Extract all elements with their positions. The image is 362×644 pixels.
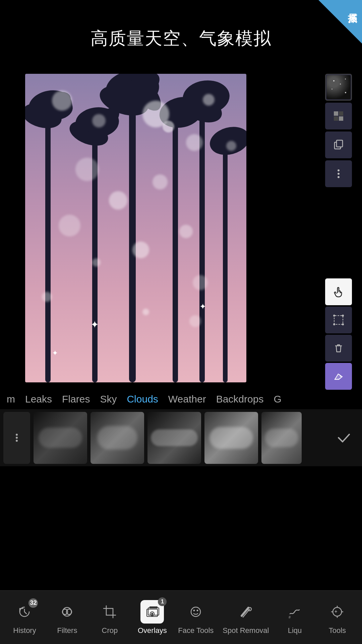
tab-backdrops[interactable]: Backdrops bbox=[216, 393, 264, 405]
eraser-tool-btn[interactable] bbox=[325, 363, 352, 390]
svg-rect-3 bbox=[339, 116, 343, 121]
nav-crop[interactable]: Crop bbox=[93, 600, 126, 635]
svg-point-13 bbox=[342, 323, 344, 325]
nav-face-tools-label: Face Tools bbox=[178, 626, 214, 635]
layer-thumbnail[interactable] bbox=[325, 74, 352, 101]
nav-tools[interactable]: + Tools bbox=[320, 600, 354, 635]
svg-point-10 bbox=[333, 315, 335, 317]
nav-liquify[interactable]: # Liqu bbox=[278, 600, 311, 635]
overlay-thumb-2[interactable] bbox=[90, 412, 144, 464]
history-badge: 32 bbox=[28, 598, 38, 608]
svg-point-11 bbox=[342, 315, 344, 317]
move-tool-btn[interactable] bbox=[325, 278, 352, 305]
nav-spot-removal-label: Spot Removal bbox=[223, 626, 269, 635]
svg-point-17 bbox=[63, 607, 71, 616]
duplicate-icon-btn[interactable] bbox=[325, 131, 352, 158]
nav-overlays[interactable]: 1 Overlays bbox=[135, 600, 169, 635]
tab-leaks[interactable]: Leaks bbox=[25, 393, 52, 405]
svg-point-24 bbox=[151, 613, 153, 615]
tab-weather[interactable]: Weather bbox=[168, 393, 206, 405]
nav-crop-label: Crop bbox=[102, 626, 118, 635]
more-options-btn[interactable] bbox=[325, 160, 352, 187]
svg-rect-9 bbox=[334, 316, 343, 324]
page-title: 高质量天空、气象模拟 bbox=[0, 27, 362, 50]
nav-spot-removal[interactable]: Spot Removal bbox=[223, 600, 269, 635]
canvas-area[interactable]: ✦ ✦ ✦ bbox=[25, 74, 246, 382]
tab-g[interactable]: G bbox=[274, 393, 281, 405]
delete-tool-btn[interactable] bbox=[325, 335, 352, 362]
nav-filters[interactable]: Filters bbox=[50, 600, 84, 635]
tab-sky[interactable]: Sky bbox=[100, 393, 117, 405]
tab-clouds[interactable]: Clouds bbox=[127, 393, 158, 405]
svg-point-8 bbox=[338, 176, 340, 178]
svg-point-7 bbox=[338, 173, 340, 175]
overlay-thumb-4[interactable] bbox=[204, 412, 258, 464]
svg-rect-2 bbox=[334, 116, 338, 121]
right-sidebar bbox=[325, 74, 352, 189]
nav-filters-label: Filters bbox=[57, 626, 77, 635]
svg-text:#: # bbox=[289, 615, 291, 619]
svg-point-14 bbox=[16, 434, 18, 436]
nav-overlays-label: Overlays bbox=[138, 626, 167, 635]
svg-point-26 bbox=[193, 609, 195, 611]
tab-flares[interactable]: Flares bbox=[62, 393, 90, 405]
overlay-thumb-1[interactable] bbox=[34, 412, 87, 464]
overlay-row bbox=[0, 409, 362, 466]
svg-point-6 bbox=[338, 169, 340, 171]
svg-text:+: + bbox=[335, 609, 337, 614]
select-tool-btn[interactable] bbox=[325, 307, 352, 333]
svg-rect-0 bbox=[334, 111, 338, 116]
action-tools bbox=[325, 278, 352, 391]
svg-rect-5 bbox=[337, 140, 343, 147]
overlays-badge: 1 bbox=[158, 597, 167, 606]
svg-point-12 bbox=[333, 323, 335, 325]
svg-point-27 bbox=[197, 609, 198, 611]
svg-point-25 bbox=[191, 607, 200, 616]
nav-liquify-label: Liqu bbox=[288, 626, 302, 635]
nav-history-label: History bbox=[13, 626, 36, 635]
svg-point-15 bbox=[16, 437, 18, 439]
tab-m[interactable]: m bbox=[7, 393, 15, 405]
overlay-thumb-3[interactable] bbox=[147, 412, 201, 464]
nav-history[interactable]: 32 History bbox=[8, 600, 41, 635]
bottom-nav: 32 History Filters Crop bbox=[0, 590, 362, 644]
category-tabs: m Leaks Flares Sky Clouds Weather Backdr… bbox=[0, 389, 362, 409]
checker-icon-btn[interactable] bbox=[325, 103, 352, 129]
overlay-thumb-5[interactable] bbox=[261, 412, 302, 464]
confirm-btn[interactable] bbox=[335, 429, 359, 446]
svg-rect-1 bbox=[339, 111, 343, 116]
svg-rect-22 bbox=[149, 606, 158, 608]
svg-point-16 bbox=[16, 440, 18, 442]
overlay-menu-btn[interactable] bbox=[3, 412, 30, 464]
canvas-image: ✦ ✦ ✦ bbox=[25, 74, 246, 382]
svg-point-19 bbox=[66, 609, 72, 614]
nav-face-tools[interactable]: Face Tools bbox=[178, 600, 214, 635]
nav-tools-label: Tools bbox=[329, 626, 346, 635]
